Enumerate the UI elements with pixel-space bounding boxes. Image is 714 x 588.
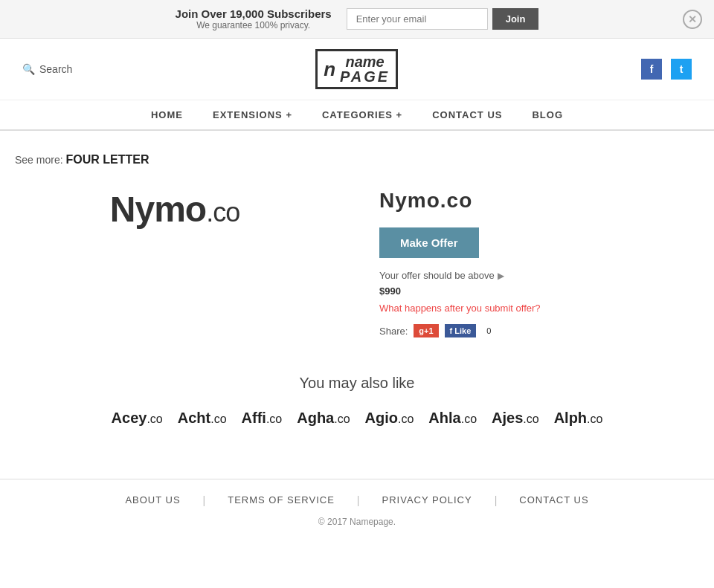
suggestion-name: Ajes xyxy=(492,410,523,426)
site-logo[interactable]: n name PAGE xyxy=(315,49,398,89)
social-links: f t xyxy=(641,59,692,80)
logo-name: name xyxy=(340,54,390,69)
nav-categories[interactable]: CATEGORIES + xyxy=(322,109,402,120)
logo-text: name PAGE xyxy=(340,54,390,84)
join-button[interactable]: Join xyxy=(492,8,539,30)
suggestion-tld: .co xyxy=(266,413,282,425)
footer-divider: | xyxy=(203,494,206,506)
suggestion-tld: .co xyxy=(461,413,477,425)
also-like-grid: Acey.coAcht.coAffi.coAgha.coAgio.coAhla.… xyxy=(15,410,699,427)
also-like-section: You may also like Acey.coAcht.coAffi.coA… xyxy=(15,375,699,427)
copyright-year: © 2017 xyxy=(318,517,347,527)
logo-page: PAGE xyxy=(340,69,390,84)
suggestion-tld: .co xyxy=(210,413,226,425)
suggestion-name: Agha xyxy=(297,410,334,426)
see-more-prefix: See more: xyxy=(15,154,63,166)
domain-logo: Nymo.co xyxy=(110,189,239,230)
also-like-title: You may also like xyxy=(15,375,699,392)
search-icon: 🔍 xyxy=(22,63,35,75)
google-plus-button[interactable]: g+1 xyxy=(414,324,438,337)
top-banner: Join Over 19,000 Subscribers We guarante… xyxy=(0,0,714,39)
search-area[interactable]: 🔍 Search xyxy=(22,63,72,75)
footer-link-privacy[interactable]: PRIVACY POLICY xyxy=(382,494,472,506)
suggestion-name: Acht xyxy=(178,410,210,426)
domain-tld: .co xyxy=(206,197,239,227)
logo-icon: n xyxy=(324,58,335,81)
domain-suggestion[interactable]: Acht.co xyxy=(178,410,227,427)
main-nav: HOME EXTENSIONS + CATEGORIES + CONTACT U… xyxy=(0,100,714,131)
suggestion-tld: .co xyxy=(523,413,538,425)
footer-link-about[interactable]: ABOUT US xyxy=(125,494,180,506)
footer-link-terms[interactable]: TERMS OF SERVICE xyxy=(228,494,335,506)
site-header: 🔍 Search n name PAGE f t xyxy=(0,39,714,100)
nav-home[interactable]: HOME xyxy=(151,109,183,120)
nav-blog[interactable]: BLOG xyxy=(532,109,563,120)
breadcrumb: See more: FOUR LETTER xyxy=(15,153,699,167)
domain-logo-area: Nymo.co xyxy=(15,189,335,230)
share-label: Share: xyxy=(379,326,408,337)
domain-title: Nymo.co xyxy=(379,189,699,213)
fb-count: 0 xyxy=(482,325,495,337)
banner-main-text: Join Over 19,000 Subscribers xyxy=(176,7,332,20)
suggestion-tld: .co xyxy=(398,413,414,425)
suggestion-name: Alph xyxy=(554,410,587,426)
facebook-like-button[interactable]: f Like xyxy=(445,324,477,337)
twitter-link[interactable]: t xyxy=(671,59,692,80)
domain-suggestion[interactable]: Ahla.co xyxy=(428,410,477,427)
domain-suggestion[interactable]: Alph.co xyxy=(554,410,603,427)
footer-links: ABOUT US|TERMS OF SERVICE|PRIVACY POLICY… xyxy=(15,494,699,506)
domain-name: Nymo xyxy=(110,190,206,229)
suggestion-tld: .co xyxy=(334,413,350,425)
domain-suggestion[interactable]: Affi.co xyxy=(242,410,283,427)
domain-suggestion[interactable]: Agio.co xyxy=(365,410,414,427)
make-offer-button[interactable]: Make Offer xyxy=(379,227,479,258)
main-content: See more: FOUR LETTER Nymo.co Nymo.co Ma… xyxy=(0,131,714,479)
email-input[interactable] xyxy=(347,8,488,30)
domain-suggestion[interactable]: Acey.co xyxy=(112,410,163,427)
offer-info-text: Your offer should be above xyxy=(379,270,495,281)
suggestion-name: Ahla xyxy=(428,410,460,426)
banner-text: Join Over 19,000 Subscribers We guarante… xyxy=(176,7,332,30)
share-area: Share: g+1 f Like 0 xyxy=(379,324,699,337)
offer-arrow-icon: ▶ xyxy=(498,271,504,281)
domain-suggestion[interactable]: Agha.co xyxy=(297,410,350,427)
g-plus-label: g+1 xyxy=(419,326,433,335)
category-label[interactable]: FOUR LETTER xyxy=(65,153,149,166)
site-footer: ABOUT US|TERMS OF SERVICE|PRIVACY POLICY… xyxy=(0,479,714,542)
suggestion-tld: .co xyxy=(587,413,602,425)
nav-contact[interactable]: CONTACT US xyxy=(432,109,502,120)
site-name-link[interactable]: Namepage. xyxy=(350,517,396,527)
suggestion-tld: .co xyxy=(147,413,162,425)
search-label: Search xyxy=(39,63,72,75)
what-happens-link[interactable]: What happens after you submit offer? xyxy=(379,303,699,314)
domain-display: Nymo.co Nymo.co Make Offer Your offer sh… xyxy=(15,189,699,337)
close-banner-button[interactable]: ✕ xyxy=(683,10,702,29)
offer-amount: $990 xyxy=(379,285,699,297)
domain-info: Nymo.co Make Offer Your offer should be … xyxy=(379,189,699,337)
suggestion-name: Agio xyxy=(365,410,398,426)
suggestion-name: Acey xyxy=(112,410,147,426)
offer-info: Your offer should be above ▶ xyxy=(379,270,699,281)
footer-copyright: © 2017 Namepage. xyxy=(15,517,699,527)
suggestion-name: Affi xyxy=(242,410,266,426)
banner-sub-text: We guarantee 100% privacy. xyxy=(176,20,332,30)
domain-suggestion[interactable]: Ajes.co xyxy=(492,410,539,427)
nav-extensions[interactable]: EXTENSIONS + xyxy=(213,109,292,120)
logo-area[interactable]: n name PAGE xyxy=(315,49,398,89)
footer-divider: | xyxy=(357,494,360,506)
fb-like-label: f Like xyxy=(450,326,472,335)
footer-link-contact[interactable]: CONTACT US xyxy=(519,494,588,506)
footer-divider: | xyxy=(495,494,498,506)
facebook-link[interactable]: f xyxy=(641,59,662,80)
banner-form: Join xyxy=(347,8,539,30)
